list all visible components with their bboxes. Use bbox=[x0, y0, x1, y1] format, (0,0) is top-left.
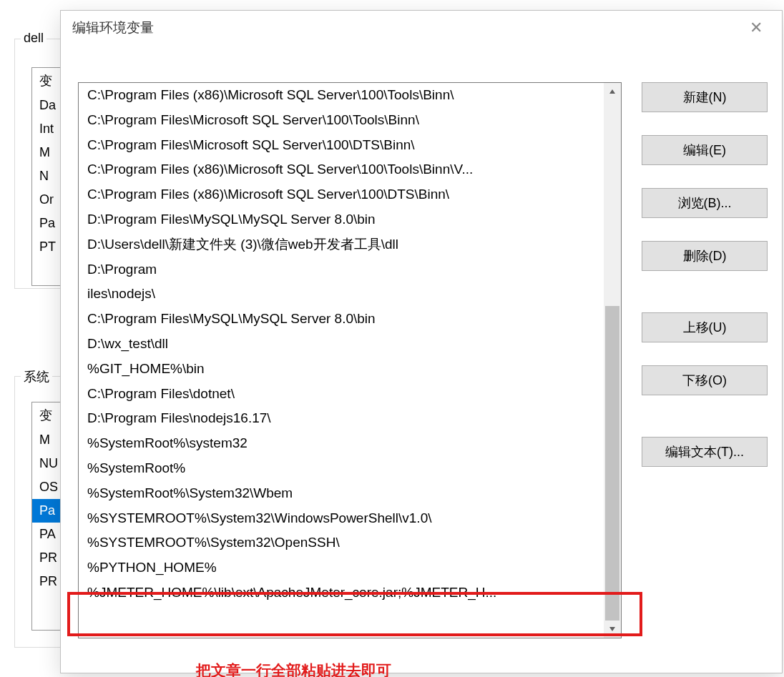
path-entry-row[interactable]: C:\Program Files (x86)\Microsoft SQL Ser… bbox=[79, 83, 604, 108]
edit-button[interactable]: 编辑(E) bbox=[642, 135, 768, 165]
path-entry-row[interactable]: %GIT_HOME%\bin bbox=[79, 357, 604, 382]
path-entry-row[interactable]: C:\Program Files\MySQL\MySQL Server 8.0\… bbox=[79, 307, 604, 332]
scroll-down-icon[interactable] bbox=[604, 621, 621, 638]
new-button[interactable]: 新建(N) bbox=[642, 82, 768, 112]
path-entry-row[interactable]: C:\Program Files\Microsoft SQL Server\10… bbox=[79, 133, 604, 158]
path-entry-row[interactable]: D:\Program bbox=[79, 257, 604, 282]
edit-text-button[interactable]: 编辑文本(T)... bbox=[642, 437, 768, 467]
path-entries-listbox[interactable]: C:\Program Files (x86)\Microsoft SQL Ser… bbox=[78, 82, 622, 638]
path-entry-row[interactable]: D:\Program Files\nodejs16.17\ bbox=[79, 406, 604, 431]
dialog-titlebar: 编辑环境变量 ✕ bbox=[61, 11, 782, 45]
path-entry-row[interactable]: D:\Program Files\MySQL\MySQL Server 8.0\… bbox=[79, 207, 604, 232]
user-vars-group-label: dell bbox=[21, 31, 46, 46]
path-entry-row[interactable]: D:\Users\dell\新建文件夹 (3)\微信web开发者工具\dll bbox=[79, 232, 604, 257]
path-entry-row[interactable]: %SYSTEMROOT%\System32\WindowsPowerShell\… bbox=[79, 506, 604, 531]
system-vars-group-label: 系统 bbox=[21, 368, 52, 385]
path-entry-row[interactable]: %SystemRoot%\system32 bbox=[79, 431, 604, 456]
edit-env-var-dialog: 编辑环境变量 ✕ C:\Program Files (x86)\Microsof… bbox=[60, 10, 783, 673]
path-entry-row[interactable]: %SystemRoot% bbox=[79, 456, 604, 481]
path-entry-row[interactable]: %SystemRoot%\System32\Wbem bbox=[79, 481, 604, 506]
dialog-title: 编辑环境变量 bbox=[72, 19, 154, 37]
path-entry-row[interactable]: %PYTHON_HOME% bbox=[79, 555, 604, 580]
scrollbar-track[interactable] bbox=[604, 83, 621, 638]
path-entry-row[interactable]: C:\Program Files\Microsoft SQL Server\10… bbox=[79, 108, 604, 133]
delete-button[interactable]: 删除(D) bbox=[642, 241, 768, 271]
path-entry-row[interactable]: D:\wx_test\dll bbox=[79, 332, 604, 357]
path-entry-row[interactable]: %SYSTEMROOT%\System32\OpenSSH\ bbox=[79, 530, 604, 555]
annotation-text: 把文章一行全部粘贴进去即可 bbox=[196, 661, 391, 677]
browse-button[interactable]: 浏览(B)... bbox=[642, 188, 768, 218]
scroll-up-icon[interactable] bbox=[604, 83, 621, 100]
move-down-button[interactable]: 下移(O) bbox=[642, 365, 768, 395]
path-entry-row[interactable]: iles\nodejs\ bbox=[79, 282, 604, 307]
scrollbar-thumb[interactable] bbox=[605, 306, 619, 621]
path-entry-row[interactable]: C:\Program Files (x86)\Microsoft SQL Ser… bbox=[79, 157, 604, 182]
path-entry-row[interactable]: C:\Program Files (x86)\Microsoft SQL Ser… bbox=[79, 182, 604, 207]
buttons-column: 新建(N) 编辑(E) 浏览(B)... 删除(D) 上移(U) 下移(O) 编… bbox=[642, 82, 768, 490]
path-entry-row[interactable]: C:\Program Files\dotnet\ bbox=[79, 382, 604, 407]
path-entry-row[interactable]: %JMETER_HOME%\lib\ext\ApacheJMeter_core.… bbox=[79, 580, 604, 606]
close-icon[interactable]: ✕ bbox=[742, 20, 770, 36]
move-up-button[interactable]: 上移(U) bbox=[642, 312, 768, 342]
